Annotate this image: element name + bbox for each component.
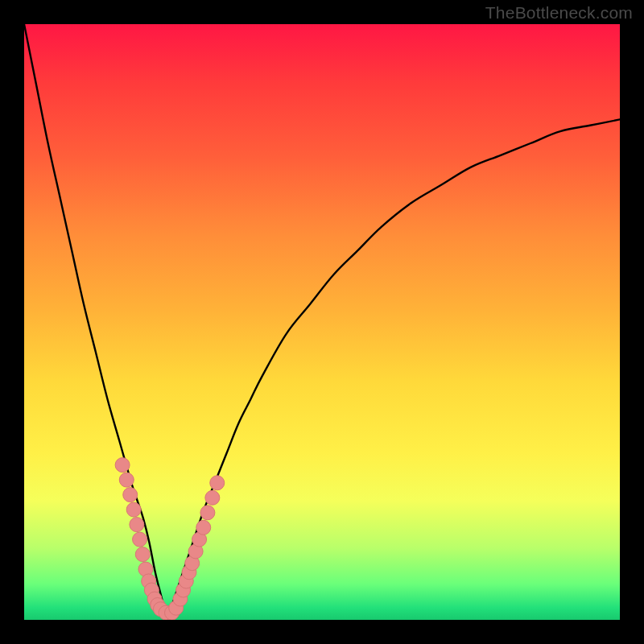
- highlight-dot: [182, 565, 196, 580]
- highlight-dot: [151, 598, 165, 613]
- highlight-dot: [133, 532, 147, 547]
- chart-frame: TheBottleneck.com: [0, 0, 644, 644]
- highlight-dot: [196, 520, 211, 535]
- highlight-dot: [205, 490, 220, 505]
- highlight-dot: [126, 502, 141, 517]
- highlight-dot: [176, 583, 191, 597]
- highlight-dot: [179, 574, 193, 588]
- highlight-dot: [210, 476, 225, 490]
- curve-right-branch: [167, 119, 620, 620]
- highlight-dot: [115, 458, 130, 473]
- highlight-dot: [192, 532, 207, 547]
- highlight-dot: [185, 556, 200, 571]
- highlight-dot: [153, 602, 167, 617]
- highlight-dot: [142, 574, 156, 588]
- highlight-dot: [119, 473, 134, 487]
- highlight-dot: [144, 583, 159, 597]
- highlight-dot: [123, 488, 138, 502]
- highlight-dot: [159, 605, 173, 620]
- highlight-dot: [135, 547, 150, 562]
- highlight-dot: [130, 518, 144, 532]
- curve-left-branch: [24, 24, 167, 620]
- chart-svg: [24, 24, 620, 620]
- highlight-dot: [147, 592, 162, 606]
- highlight-dot: [169, 601, 184, 615]
- plot-area: [24, 24, 620, 620]
- highlight-dot: [165, 605, 180, 620]
- highlight-dot: [173, 592, 188, 606]
- highlight-dot: [200, 506, 215, 520]
- highlight-dot: [138, 562, 153, 576]
- watermark-text: TheBottleneck.com: [485, 3, 633, 23]
- highlight-dot: [188, 544, 203, 559]
- highlight-dots: [115, 458, 225, 620]
